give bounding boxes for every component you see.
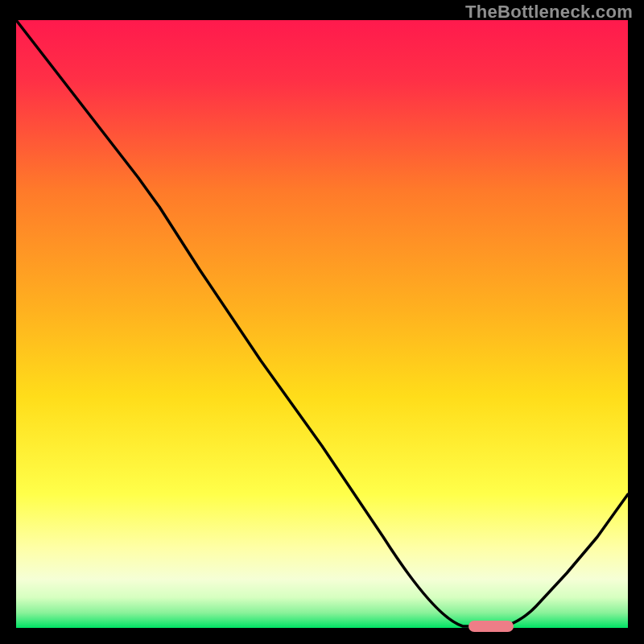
watermark-text: TheBottleneck.com	[465, 2, 633, 23]
bottleneck-curve	[16, 20, 628, 628]
minimum-marker	[469, 621, 514, 632]
curve-path	[16, 20, 628, 626]
plot-area	[16, 20, 628, 628]
chart-container: TheBottleneck.com	[0, 0, 644, 644]
